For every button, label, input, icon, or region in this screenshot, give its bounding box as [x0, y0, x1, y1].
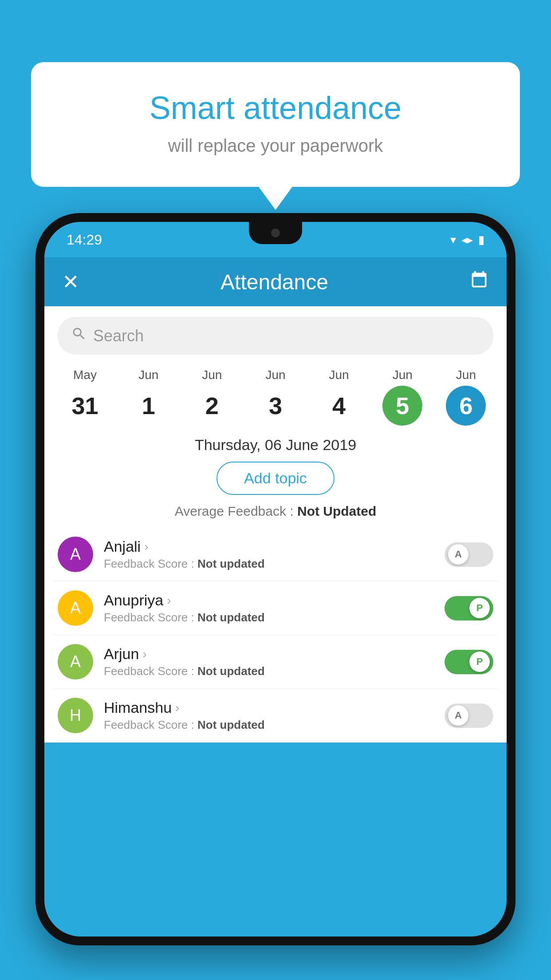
feedback-score: Feedback Score : Not updated — [104, 664, 440, 678]
avatar: A — [58, 590, 93, 626]
feedback-score: Feedback Score : Not updated — [104, 557, 440, 571]
attendance-toggle[interactable]: P — [445, 596, 493, 620]
list-item[interactable]: AArjun ›Feedback Score : Not updatedP — [53, 635, 498, 689]
notch — [249, 222, 302, 244]
cal-month-label: Jun — [393, 368, 413, 382]
student-info: Himanshu ›Feedback Score : Not updated — [104, 699, 440, 732]
avatar: H — [58, 698, 93, 733]
calendar-day[interactable]: Jun4 — [319, 368, 359, 426]
status-bar: 14:29 ▾ ◂▸ ▮ — [44, 222, 507, 257]
cal-date-number: 6 — [446, 386, 486, 426]
chevron-right-icon: › — [175, 701, 179, 715]
cal-date-number: 1 — [129, 386, 169, 426]
selected-date: Thursday, 06 June 2019 — [44, 436, 507, 454]
student-info: Anjali ›Feedback Score : Not updated — [104, 538, 440, 571]
status-time: 14:29 — [67, 232, 102, 248]
list-item[interactable]: AAnupriya ›Feedback Score : Not updatedP — [53, 581, 498, 635]
avg-feedback-value: Not Updated — [297, 504, 376, 518]
cal-month-label: Jun — [456, 368, 476, 382]
wifi-icon: ▾ — [450, 233, 456, 247]
list-item[interactable]: AAnjali ›Feedback Score : Not updatedA — [53, 528, 498, 581]
calendar-day[interactable]: Jun2 — [192, 368, 232, 426]
speech-bubble-container: Smart attendance will replace your paper… — [31, 62, 520, 187]
app-body: Search May31Jun1Jun2Jun3Jun4Jun5Jun6 Thu… — [44, 306, 507, 743]
attendance-toggle[interactable]: P — [445, 650, 493, 674]
close-button[interactable]: ✕ — [62, 270, 79, 294]
list-item[interactable]: HHimanshu ›Feedback Score : Not updatedA — [53, 689, 498, 743]
status-icons: ▾ ◂▸ ▮ — [450, 233, 484, 247]
attendance-toggle[interactable]: A — [445, 703, 493, 728]
avatar: A — [58, 537, 93, 572]
search-bar[interactable]: Search — [58, 317, 493, 355]
cal-month-label: May — [73, 368, 97, 382]
phone-inner: 14:29 ▾ ◂▸ ▮ ✕ Attendance — [44, 222, 507, 937]
cal-date-number: 5 — [382, 386, 422, 426]
chevron-right-icon: › — [167, 593, 171, 608]
student-name: Arjun › — [104, 645, 440, 663]
calendar-icon[interactable] — [469, 270, 489, 294]
chevron-right-icon: › — [142, 647, 146, 661]
student-info: Arjun ›Feedback Score : Not updated — [104, 645, 440, 678]
header-title: Attendance — [220, 270, 328, 294]
battery-icon: ▮ — [478, 233, 484, 247]
feedback-score: Feedback Score : Not updated — [104, 611, 440, 624]
student-name: Himanshu › — [104, 699, 440, 716]
calendar-day[interactable]: Jun5 — [382, 368, 422, 426]
avatar: A — [58, 644, 93, 680]
bubble-title: Smart attendance — [67, 89, 484, 127]
speech-bubble: Smart attendance will replace your paper… — [31, 62, 520, 187]
feedback-score: Feedback Score : Not updated — [104, 718, 440, 732]
app-header: ✕ Attendance — [44, 257, 507, 306]
calendar-strip: May31Jun1Jun2Jun3Jun4Jun5Jun6 — [44, 364, 507, 426]
cal-month-label: Jun — [265, 368, 285, 382]
search-icon — [71, 326, 87, 346]
calendar-day[interactable]: Jun1 — [129, 368, 169, 426]
bubble-subtitle: will replace your paperwork — [67, 136, 484, 156]
student-list: AAnjali ›Feedback Score : Not updatedAAA… — [44, 528, 507, 743]
attendance-toggle[interactable]: A — [445, 542, 493, 567]
chevron-right-icon: › — [144, 540, 148, 554]
student-name: Anupriya › — [104, 592, 440, 609]
add-topic-button[interactable]: Add topic — [216, 462, 335, 495]
camera — [271, 229, 280, 237]
avg-feedback-label: Average Feedback : — [175, 504, 294, 518]
cal-month-label: Jun — [329, 368, 349, 382]
calendar-day[interactable]: Jun3 — [256, 368, 295, 426]
cal-month-label: Jun — [202, 368, 222, 382]
average-feedback: Average Feedback : Not Updated — [44, 504, 507, 519]
calendar-day[interactable]: May31 — [65, 368, 105, 426]
cal-month-label: Jun — [138, 368, 158, 382]
cal-date-number: 4 — [319, 386, 359, 426]
search-placeholder: Search — [93, 327, 144, 345]
cal-date-number: 31 — [65, 386, 105, 426]
cal-date-number: 3 — [256, 386, 295, 426]
student-name: Anjali › — [104, 538, 440, 555]
signal-icon: ◂▸ — [461, 233, 473, 247]
student-info: Anupriya ›Feedback Score : Not updated — [104, 592, 440, 624]
cal-date-number: 2 — [192, 386, 232, 426]
calendar-day[interactable]: Jun6 — [446, 368, 486, 426]
phone-frame: 14:29 ▾ ◂▸ ▮ ✕ Attendance — [35, 213, 516, 945]
